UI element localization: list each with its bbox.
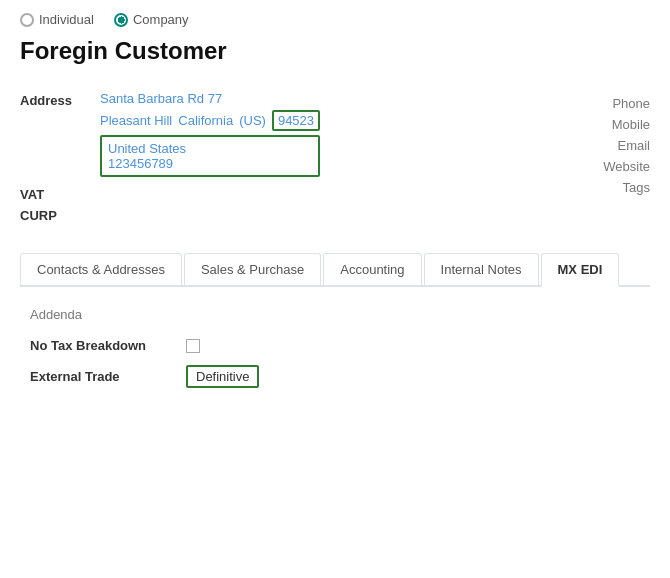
- address-values: Santa Barbara Rd 77 Pleasant Hill Califo…: [100, 91, 320, 177]
- address-line1[interactable]: Santa Barbara Rd 77: [100, 91, 320, 106]
- radio-company-label: Company: [133, 12, 189, 27]
- side-link-email[interactable]: Email: [530, 137, 650, 154]
- address-country[interactable]: United States: [108, 141, 312, 156]
- no-tax-breakdown-checkbox[interactable]: [186, 339, 200, 353]
- tab-accounting[interactable]: Accounting: [323, 253, 421, 285]
- address-state[interactable]: California: [178, 113, 233, 128]
- radio-group: Individual Company: [0, 0, 670, 33]
- side-link-phone[interactable]: Phone: [530, 95, 650, 112]
- address-left: Address Santa Barbara Rd 77 Pleasant Hil…: [20, 91, 530, 223]
- tab-internal-notes[interactable]: Internal Notes: [424, 253, 539, 285]
- main-content: Address Santa Barbara Rd 77 Pleasant Hil…: [0, 81, 670, 410]
- address-section: Address Santa Barbara Rd 77 Pleasant Hil…: [20, 81, 650, 233]
- vat-number-in-box[interactable]: 123456789: [108, 156, 312, 171]
- address-label: Address: [20, 91, 100, 108]
- external-trade-label: External Trade: [30, 369, 170, 384]
- addenda-label: Addenda: [30, 307, 640, 322]
- radio-individual-label: Individual: [39, 12, 94, 27]
- country-vat-box: United States 123456789: [100, 135, 320, 177]
- radio-circle-company: [114, 13, 128, 27]
- tab-content-mx-edi: Addenda No Tax Breakdown External Trade …: [20, 287, 650, 410]
- side-link-website[interactable]: Website: [530, 158, 650, 175]
- vat-row: VAT: [20, 185, 530, 202]
- page-title: Foregin Customer: [0, 33, 670, 81]
- no-tax-breakdown-row: No Tax Breakdown: [30, 338, 640, 353]
- address-country-code: (US): [239, 113, 266, 128]
- side-link-tags[interactable]: Tags: [530, 179, 650, 196]
- tab-sales-purchase[interactable]: Sales & Purchase: [184, 253, 321, 285]
- radio-circle-individual: [20, 13, 34, 27]
- address-block: Address Santa Barbara Rd 77 Pleasant Hil…: [20, 91, 530, 177]
- side-link-mobile[interactable]: Mobile: [530, 116, 650, 133]
- tab-contacts-addresses[interactable]: Contacts & Addresses: [20, 253, 182, 285]
- tab-mx-edi[interactable]: MX EDI: [541, 253, 620, 287]
- external-trade-badge[interactable]: Definitive: [186, 365, 259, 388]
- radio-company[interactable]: Company: [114, 12, 189, 27]
- vat-label: VAT: [20, 185, 100, 202]
- address-line-row: Pleasant Hill California (US) 94523: [100, 110, 320, 131]
- side-links: Phone Mobile Email Website Tags: [530, 91, 650, 223]
- external-trade-row: External Trade Definitive: [30, 365, 640, 388]
- address-city[interactable]: Pleasant Hill: [100, 113, 172, 128]
- tabs-bar: Contacts & Addresses Sales & Purchase Ac…: [20, 253, 650, 287]
- curp-label: CURP: [20, 208, 530, 223]
- no-tax-breakdown-label: No Tax Breakdown: [30, 338, 170, 353]
- address-zip[interactable]: 94523: [272, 110, 320, 131]
- radio-individual[interactable]: Individual: [20, 12, 94, 27]
